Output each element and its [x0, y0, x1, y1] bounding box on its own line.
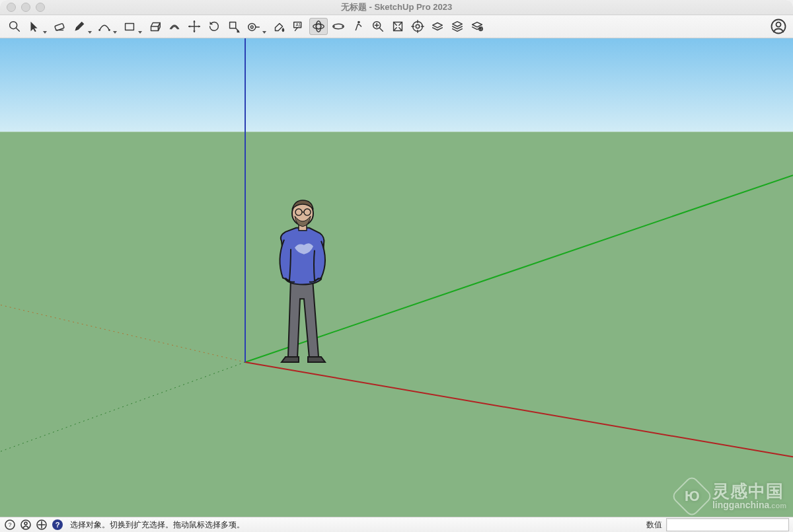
- layers-tool[interactable]: [428, 18, 447, 35]
- svg-rect-2: [0, 38, 793, 132]
- outliner-tool[interactable]: [448, 18, 467, 35]
- help-icon[interactable]: ?: [52, 519, 63, 531]
- watermark-cn: 灵感中国: [712, 482, 786, 500]
- status-hint: 选择对象。切换到扩充选择。拖动鼠标选择多项。: [70, 519, 245, 531]
- info-icon[interactable]: ?: [4, 519, 16, 531]
- move-tool[interactable]: [185, 18, 204, 35]
- dropdown-caret-icon: [262, 31, 266, 34]
- line-tool[interactable]: [70, 18, 89, 35]
- text-tool[interactable]: [289, 18, 308, 35]
- titlebar: 无标题 - SketchUp Pro 2023: [0, 0, 793, 15]
- pan-tool[interactable]: [329, 18, 348, 35]
- watermark-logo-icon: Ю: [670, 475, 713, 517]
- eraser-tool[interactable]: [50, 18, 69, 35]
- value-input[interactable]: [666, 518, 789, 531]
- window-title: 无标题 - SketchUp Pro 2023: [0, 1, 793, 13]
- search-tool[interactable]: [5, 18, 24, 35]
- status-bar: ? ? 选择对象。切换到扩充选择。拖动鼠标选择多项。 数值: [0, 517, 793, 532]
- svg-rect-3: [0, 132, 793, 517]
- svg-point-1: [776, 22, 781, 27]
- dropdown-caret-icon: [43, 31, 47, 34]
- pushpull-tool[interactable]: [145, 18, 164, 35]
- zoom-extents-tool[interactable]: [389, 18, 407, 35]
- user-status-icon[interactable]: [20, 519, 32, 531]
- section-tool[interactable]: [408, 18, 427, 35]
- watermark-en: lingganchina.com: [712, 500, 786, 510]
- select-tool[interactable]: [25, 18, 44, 35]
- walk-tool[interactable]: [349, 18, 367, 35]
- main-toolbar: [0, 15, 793, 38]
- value-label: 数值: [646, 519, 662, 531]
- rotate-tool[interactable]: [205, 18, 223, 35]
- svg-text:?: ?: [8, 521, 11, 528]
- geolocation-icon[interactable]: [36, 519, 48, 531]
- zoom-tool[interactable]: [369, 18, 387, 35]
- scale-tool[interactable]: [225, 18, 243, 35]
- watermark: Ю 灵感中国 lingganchina.com: [677, 481, 786, 512]
- viewport-canvas: [0, 38, 793, 517]
- app-window: 无标题 - SketchUp Pro 2023: [0, 0, 793, 532]
- tape-tool[interactable]: [245, 18, 263, 35]
- model-viewport[interactable]: Ю 灵感中国 lingganchina.com: [0, 38, 793, 517]
- dropdown-caret-icon: [138, 31, 142, 34]
- dropdown-caret-icon: [113, 31, 117, 34]
- arc-tool[interactable]: [95, 18, 114, 35]
- extension-tool[interactable]: [468, 18, 486, 35]
- rectangle-tool[interactable]: [120, 18, 139, 35]
- paint-tool[interactable]: [270, 18, 288, 35]
- offset-tool[interactable]: [165, 18, 184, 35]
- dropdown-caret-icon: [88, 31, 92, 34]
- svg-point-17: [24, 522, 27, 525]
- orbit-tool[interactable]: [309, 18, 328, 35]
- account-button[interactable]: [769, 18, 788, 35]
